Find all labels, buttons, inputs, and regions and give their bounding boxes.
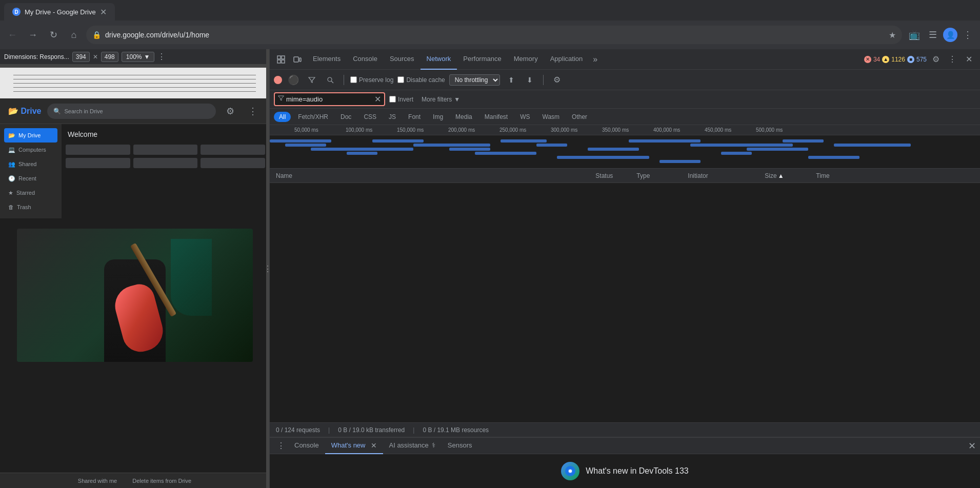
type-filter-img[interactable]: Img xyxy=(428,112,448,122)
bookmark-icon[interactable]: ★ xyxy=(889,30,896,40)
tab-memory[interactable]: Memory xyxy=(508,49,544,70)
waterfall-bar xyxy=(372,139,424,143)
sidebar-item-trash[interactable]: 🗑 Trash xyxy=(4,200,57,214)
devtools-settings-button[interactable]: ⚙ xyxy=(929,52,943,67)
cast-button[interactable]: 📺 xyxy=(906,27,923,43)
drive-apps-icon[interactable]: ⋮ xyxy=(245,103,261,119)
bottom-tab-whats-new[interactable]: What's new ✕ xyxy=(325,438,383,454)
tab-console[interactable]: Console xyxy=(347,49,384,70)
drive-search-bar[interactable]: 🔍 Search in Drive xyxy=(47,104,216,119)
error-badge[interactable]: ✕ 34 xyxy=(864,56,880,63)
type-filter-all[interactable]: All xyxy=(274,112,291,122)
whats-new-close-button[interactable]: ✕ xyxy=(371,441,377,450)
drive-file-item[interactable] xyxy=(66,145,130,155)
tab-sources[interactable]: Sources xyxy=(384,49,421,70)
throttle-select[interactable]: No throttling xyxy=(449,74,500,86)
tick-500k: 500,000 ms xyxy=(756,125,783,135)
tab-network[interactable]: Network xyxy=(421,49,457,70)
more-filters-button[interactable]: More filters ▼ xyxy=(417,95,464,104)
inspect-element-button[interactable] xyxy=(274,52,288,67)
filter-button[interactable] xyxy=(305,73,319,87)
waterfall-bar xyxy=(311,148,413,151)
network-import-button[interactable]: ⬆ xyxy=(504,73,518,87)
disable-cache-checkbox[interactable] xyxy=(397,76,404,83)
sidebar-item-computers[interactable]: 💻 Computers xyxy=(4,143,57,157)
address-bar[interactable]: 🔒 drive.google.com/drive/u/1/home ★ xyxy=(86,26,902,44)
browser-tab[interactable]: D My Drive - Google Drive ✕ xyxy=(4,3,115,21)
preserve-log-checkbox[interactable] xyxy=(350,76,357,83)
type-filter-manifest[interactable]: Manifest xyxy=(479,112,513,122)
bottom-link-2[interactable]: Delete items from Drive xyxy=(132,478,191,484)
type-filter-js[interactable]: JS xyxy=(384,112,401,122)
width-value[interactable]: 394 xyxy=(72,52,90,62)
zoom-control[interactable]: 100% ▼ xyxy=(122,52,155,62)
disable-cache-label[interactable]: Disable cache xyxy=(397,76,445,84)
reload-button[interactable]: ↻ xyxy=(45,27,62,43)
bottom-panel-close-button[interactable]: ✕ xyxy=(968,440,976,452)
height-value[interactable]: 498 xyxy=(101,52,118,62)
record-button[interactable] xyxy=(274,76,282,84)
tab-close-button[interactable]: ✕ xyxy=(100,7,107,17)
search-button[interactable] xyxy=(323,73,337,87)
info-badge[interactable]: ■ 575 xyxy=(907,56,927,63)
dimensions-bar: Dimensions: Respons... 394 ✕ 498 100% ▼ … xyxy=(0,49,269,65)
whats-new-title: What's new in DevTools 133 xyxy=(586,466,688,476)
invert-checkbox[interactable] xyxy=(389,96,396,103)
extensions-button[interactable]: ☰ xyxy=(925,27,941,43)
sidebar-item-my-drive[interactable]: 📂 My Drive xyxy=(4,128,57,143)
sidebar-item-starred[interactable]: ★ Starred xyxy=(4,186,57,200)
waterfall-bar xyxy=(659,160,701,163)
col-status-header[interactable]: Status xyxy=(593,172,634,179)
forward-button[interactable]: → xyxy=(25,27,41,43)
back-button[interactable]: ← xyxy=(4,27,21,43)
tab-performance[interactable]: Performance xyxy=(457,49,507,70)
tab-application[interactable]: Application xyxy=(544,49,589,70)
sidebar-item-recent[interactable]: 🕐 Recent xyxy=(4,171,57,186)
col-size-header[interactable]: Size ▲ xyxy=(763,172,814,179)
devtools-more-button[interactable]: ⋮ xyxy=(945,52,959,67)
warning-badge[interactable]: ▲ 1126 xyxy=(882,56,905,63)
toolbar-more-button[interactable]: ⋮ xyxy=(157,52,166,62)
drive-settings-icon[interactable]: ⚙ xyxy=(222,103,238,119)
network-settings-button[interactable]: ⚙ xyxy=(550,73,564,87)
sidebar-item-shared[interactable]: 👥 Shared xyxy=(4,157,57,171)
filter-clear-button[interactable]: ✕ xyxy=(374,94,381,104)
bottom-tab-ai-assistance[interactable]: AI assistance ⚕ xyxy=(383,438,442,454)
network-export-button[interactable]: ⬇ xyxy=(523,73,537,87)
home-button[interactable]: ⌂ xyxy=(66,27,82,43)
col-initiator-header[interactable]: Initiator xyxy=(686,172,763,179)
drive-file-item[interactable] xyxy=(133,145,198,155)
col-name-header[interactable]: Name xyxy=(274,172,593,179)
more-tabs-button[interactable]: » xyxy=(589,55,602,64)
type-filter-other[interactable]: Other xyxy=(567,112,592,122)
bottom-tab-console[interactable]: Console xyxy=(288,438,325,454)
drive-file-item[interactable] xyxy=(133,158,198,168)
drive-file-item[interactable] xyxy=(66,158,130,168)
resize-handle[interactable]: ⋮ xyxy=(266,49,269,488)
col-type-header[interactable]: Type xyxy=(634,172,686,179)
drive-file-item[interactable] xyxy=(201,145,265,155)
invert-label[interactable]: Invert xyxy=(389,96,413,103)
filter-input[interactable] xyxy=(286,95,372,103)
bottom-link-1[interactable]: Shared with me xyxy=(78,478,117,484)
drive-file-item[interactable] xyxy=(201,158,265,168)
bottom-tab-sensors[interactable]: Sensors xyxy=(442,438,478,454)
type-filter-wasm[interactable]: Wasm xyxy=(537,112,565,122)
type-filter-fetch-xhr[interactable]: Fetch/XHR xyxy=(293,112,333,122)
chrome-menu-button[interactable]: ⋮ xyxy=(959,27,976,43)
preserve-log-label[interactable]: Preserve log xyxy=(350,76,393,84)
device-toggle-button[interactable] xyxy=(290,52,305,67)
waterfall-bar xyxy=(588,148,639,151)
type-filter-media[interactable]: Media xyxy=(450,112,477,122)
type-filter-doc[interactable]: Doc xyxy=(335,112,356,122)
devtools-close-button[interactable]: ✕ xyxy=(962,52,976,67)
type-filter-ws[interactable]: WS xyxy=(515,112,535,122)
tab-elements[interactable]: Elements xyxy=(307,49,347,70)
waterfall-bar xyxy=(834,144,911,147)
clear-log-button[interactable]: ⚫ xyxy=(286,73,301,87)
profile-button[interactable]: 👤 xyxy=(943,28,957,42)
type-filter-css[interactable]: CSS xyxy=(358,112,382,122)
bottom-tabs-more[interactable]: ⋮ xyxy=(274,441,288,451)
type-filter-font[interactable]: Font xyxy=(403,112,426,122)
col-time-header[interactable]: Time xyxy=(814,172,976,179)
